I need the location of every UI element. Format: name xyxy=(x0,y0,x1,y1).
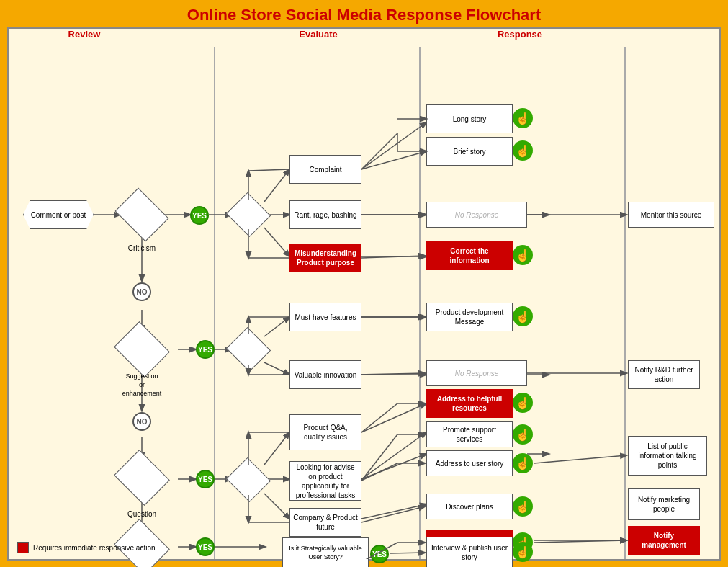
eval-diamond-1-shape xyxy=(226,192,271,237)
interview-publish-hand: ☝ xyxy=(513,542,533,562)
page-title: Online Store Social Media Response Flowc… xyxy=(0,0,728,27)
eval-diamond-2-shape xyxy=(226,327,271,372)
address-user-box: Address to user story xyxy=(426,450,513,476)
strategically-label: Is it Strategically valuable User Story? xyxy=(286,545,365,561)
no-response-1-label: No Response xyxy=(455,210,499,220)
svg-line-53 xyxy=(361,403,397,432)
monitor-box: Monitor this source xyxy=(628,202,714,228)
comment-post-label: Comment or post xyxy=(31,210,86,220)
svg-line-38 xyxy=(248,169,289,171)
comment-post-node: Comment or post xyxy=(23,200,94,229)
address-helpful-label: Address to helpfull resources xyxy=(430,394,509,413)
eval-diamond-2 xyxy=(232,334,265,365)
monitor-label: Monitor this source xyxy=(641,210,701,220)
prod-dev-box: Product development Message xyxy=(426,303,513,331)
svg-line-20 xyxy=(361,122,426,169)
complaint-box: Complaint xyxy=(289,155,361,184)
col-header-evaluate: Evaluate xyxy=(253,29,383,40)
suggestion-label: Suggestion or enhancement xyxy=(120,367,163,403)
company-future-box: Company & Product future xyxy=(289,508,361,537)
correct-info-label: Correct the information xyxy=(430,246,509,265)
suggestion-no-label: NO xyxy=(137,418,148,426)
positive-yes-label: YES xyxy=(198,543,212,551)
must-have-label: Must have features xyxy=(295,313,356,322)
advise-label: Looking for advise on product applicabil… xyxy=(293,463,358,500)
legend-label: Requires immediate responsive action xyxy=(33,544,156,552)
suggestion-yes-label: YES xyxy=(198,346,212,354)
address-helpful-box: Address to helpfull resources xyxy=(426,389,513,418)
criticism-yes-badge: YES xyxy=(190,206,209,225)
svg-line-16 xyxy=(264,432,289,465)
advise-box: Looking for advise on product applicabil… xyxy=(289,461,361,501)
criticism-diamond: Criticism xyxy=(120,198,163,231)
eval-diamond-3 xyxy=(232,465,265,495)
criticism-yes-label: YES xyxy=(192,212,207,220)
svg-line-35 xyxy=(534,455,626,463)
discover-plans-hand: ☝ xyxy=(513,496,533,517)
svg-line-5 xyxy=(264,228,289,256)
complaint-label: Complaint xyxy=(309,165,341,174)
prod-dev-label: Product development Message xyxy=(430,308,509,326)
main-container: Online Store Social Media Response Flowc… xyxy=(0,0,728,567)
promote-support-hand: ☝ xyxy=(513,424,533,445)
svg-line-59 xyxy=(361,506,425,522)
notify-management-box: Notify management xyxy=(628,526,700,555)
interview-publish-box: Interview & publish user story xyxy=(426,537,513,567)
arrows-svg xyxy=(9,29,719,559)
divider-3 xyxy=(624,47,626,559)
svg-line-21 xyxy=(361,151,426,169)
question-yes-badge: YES xyxy=(196,470,215,488)
positive-yes-badge: YES xyxy=(196,537,215,556)
criticism-label: Criticism xyxy=(120,231,163,264)
discover-plans-label: Discover plans xyxy=(446,502,493,512)
notify-marketing-box: Notify marketing people xyxy=(628,488,700,520)
divider-1 xyxy=(214,47,215,559)
svg-line-11 xyxy=(264,362,289,375)
col-header-review: Review xyxy=(30,29,138,40)
list-public-box: List of public information talking point… xyxy=(628,436,707,476)
interview-publish-label: Interview & publish user story xyxy=(430,543,509,562)
suggestion-yes-badge: YES xyxy=(196,340,215,359)
legend: Requires immediate responsive action xyxy=(17,542,156,553)
product-qa-box: Product Q&A, quality issues xyxy=(289,414,361,450)
question-diamond: Question xyxy=(120,460,163,496)
misunderstanding-box: Misunderstanding Product purpose xyxy=(289,244,361,272)
legend-box xyxy=(17,542,29,553)
no-response-2-label: No Response xyxy=(455,369,499,378)
company-future-label: Company & Product future xyxy=(293,513,358,532)
long-story-box: Long story xyxy=(426,104,513,133)
svg-line-55 xyxy=(361,434,397,481)
notify-management-label: Notify management xyxy=(632,531,696,550)
rant-box: Rant, rage, bashing xyxy=(289,200,361,229)
misunderstanding-label: Misunderstanding Product purpose xyxy=(293,249,358,267)
no-response-2-box: No Response xyxy=(426,360,527,386)
valuable-label: Valuable innovation xyxy=(295,370,357,380)
brief-story-label: Brief story xyxy=(453,147,485,156)
promote-support-label: Promote support services xyxy=(430,425,509,444)
svg-line-28 xyxy=(361,403,426,432)
no-response-1-box: No Response xyxy=(426,202,527,228)
list-public-label: List of public information talking point… xyxy=(632,442,703,470)
chart-area: Review Evaluate Response xyxy=(7,27,721,561)
strategically-yes-badge: YES xyxy=(370,545,389,563)
svg-line-10 xyxy=(264,317,289,336)
criticism-no-label: NO xyxy=(137,288,148,296)
eval-diamond-3-shape xyxy=(226,457,271,502)
divider-2 xyxy=(419,47,421,559)
strategically-yes-label: YES xyxy=(372,550,387,558)
address-user-label: Address to user story xyxy=(436,459,503,468)
question-yes-label: YES xyxy=(198,476,212,483)
output-arrows xyxy=(9,29,719,559)
discover-plans-box: Discover plans xyxy=(426,494,513,519)
col-header-response: Response xyxy=(462,29,578,40)
correct-info-hand: ☝ xyxy=(513,245,533,265)
svg-line-41 xyxy=(361,133,397,169)
suggestion-no-badge: NO xyxy=(132,412,151,431)
suggestion-diamond: Suggestion or enhancement xyxy=(120,331,163,367)
svg-line-32 xyxy=(361,504,426,519)
rant-label: Rant, rage, bashing xyxy=(294,210,356,220)
brief-story-hand: ☝ xyxy=(513,140,533,161)
valuable-box: Valuable innovation xyxy=(289,360,361,389)
svg-line-57 xyxy=(361,463,397,481)
svg-line-18 xyxy=(264,494,289,519)
